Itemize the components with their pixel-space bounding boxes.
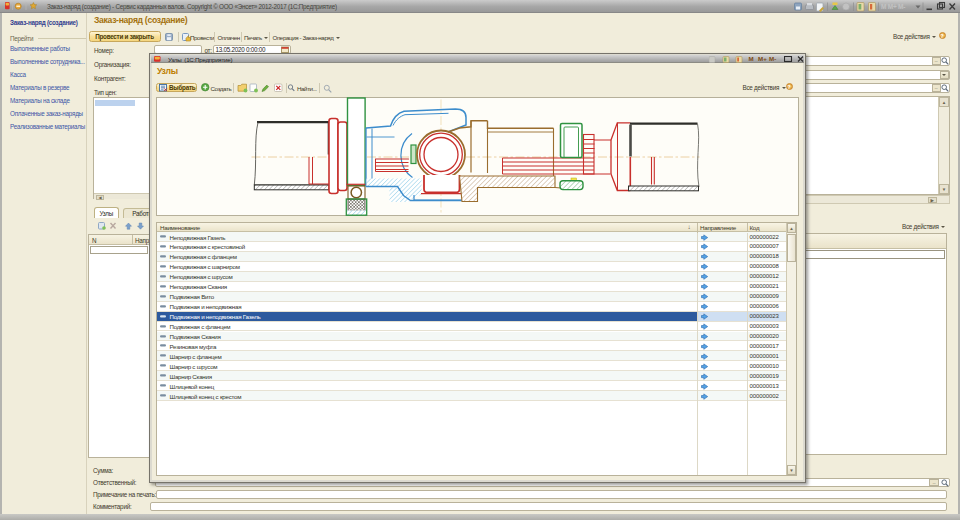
svg-text:М М+ М-: М М+ М-	[881, 3, 905, 10]
